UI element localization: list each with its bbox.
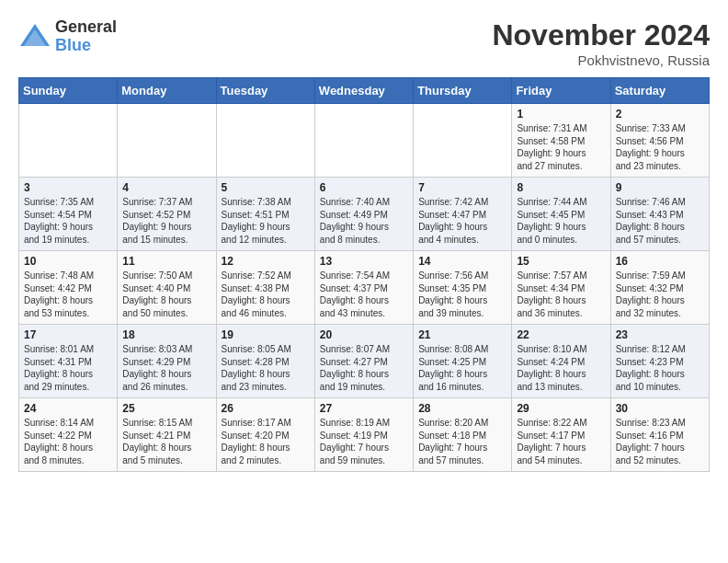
calendar-cell: 11Sunrise: 7:50 AM Sunset: 4:40 PM Dayli…	[118, 251, 216, 325]
page-header: General Blue November 2024 Pokhvistnevo,…	[18, 18, 710, 68]
day-info: Sunrise: 7:35 AM Sunset: 4:54 PM Dayligh…	[24, 196, 112, 246]
calendar-cell: 4Sunrise: 7:37 AM Sunset: 4:52 PM Daylig…	[118, 178, 216, 251]
day-number: 17	[24, 328, 112, 341]
calendar-cell	[314, 104, 413, 178]
calendar-cell: 19Sunrise: 8:05 AM Sunset: 4:28 PM Dayli…	[216, 325, 314, 398]
day-number: 16	[616, 255, 704, 268]
day-number: 4	[122, 181, 210, 194]
calendar-week: 1Sunrise: 7:31 AM Sunset: 4:58 PM Daylig…	[19, 104, 710, 178]
month-title: November 2024	[492, 18, 710, 52]
day-info: Sunrise: 8:07 AM Sunset: 4:27 PM Dayligh…	[320, 343, 408, 393]
calendar-cell: 1Sunrise: 7:31 AM Sunset: 4:58 PM Daylig…	[512, 104, 610, 178]
calendar-cell: 23Sunrise: 8:12 AM Sunset: 4:23 PM Dayli…	[610, 325, 709, 398]
day-info: Sunrise: 8:05 AM Sunset: 4:28 PM Dayligh…	[222, 343, 310, 393]
day-number: 20	[320, 328, 408, 341]
day-info: Sunrise: 7:33 AM Sunset: 4:56 PM Dayligh…	[616, 122, 704, 172]
day-info: Sunrise: 7:37 AM Sunset: 4:52 PM Dayligh…	[122, 196, 210, 246]
day-info: Sunrise: 8:03 AM Sunset: 4:29 PM Dayligh…	[122, 343, 210, 393]
logo-general: General	[55, 18, 117, 37]
day-info: Sunrise: 8:23 AM Sunset: 4:16 PM Dayligh…	[616, 417, 704, 466]
day-info: Sunrise: 8:20 AM Sunset: 4:18 PM Dayligh…	[418, 417, 506, 466]
weekday-header: Sunday	[19, 78, 118, 104]
logo-icon	[18, 20, 51, 53]
calendar-cell: 16Sunrise: 7:59 AM Sunset: 4:32 PM Dayli…	[610, 251, 709, 325]
day-number: 25	[122, 402, 210, 415]
day-number: 5	[222, 181, 310, 194]
day-number: 26	[222, 402, 310, 415]
weekday-header: Friday	[512, 78, 610, 104]
day-info: Sunrise: 7:40 AM Sunset: 4:49 PM Dayligh…	[320, 196, 408, 246]
calendar-cell: 13Sunrise: 7:54 AM Sunset: 4:37 PM Dayli…	[314, 251, 413, 325]
day-number: 6	[320, 181, 408, 194]
day-info: Sunrise: 7:56 AM Sunset: 4:35 PM Dayligh…	[418, 270, 506, 319]
calendar-cell: 20Sunrise: 8:07 AM Sunset: 4:27 PM Dayli…	[314, 325, 413, 398]
calendar-cell: 12Sunrise: 7:52 AM Sunset: 4:38 PM Dayli…	[216, 251, 314, 325]
day-info: Sunrise: 8:12 AM Sunset: 4:23 PM Dayligh…	[616, 343, 704, 393]
weekday-header: Thursday	[414, 78, 512, 104]
day-info: Sunrise: 7:38 AM Sunset: 4:51 PM Dayligh…	[222, 196, 310, 246]
day-number: 29	[517, 402, 605, 415]
day-number: 22	[517, 328, 605, 341]
day-info: Sunrise: 7:42 AM Sunset: 4:47 PM Dayligh…	[418, 196, 506, 246]
calendar-cell	[414, 104, 512, 178]
calendar-cell: 8Sunrise: 7:44 AM Sunset: 4:45 PM Daylig…	[512, 178, 610, 251]
day-number: 28	[418, 402, 506, 415]
weekday-header: Wednesday	[314, 78, 413, 104]
weekday-header: Saturday	[610, 78, 709, 104]
logo-text: General Blue	[55, 18, 117, 55]
calendar-week: 3Sunrise: 7:35 AM Sunset: 4:54 PM Daylig…	[19, 178, 710, 251]
day-info: Sunrise: 7:54 AM Sunset: 4:37 PM Dayligh…	[320, 270, 408, 319]
calendar-cell: 21Sunrise: 8:08 AM Sunset: 4:25 PM Dayli…	[414, 325, 512, 398]
calendar-cell: 9Sunrise: 7:46 AM Sunset: 4:43 PM Daylig…	[610, 178, 709, 251]
day-number: 2	[616, 108, 704, 121]
calendar-cell: 2Sunrise: 7:33 AM Sunset: 4:56 PM Daylig…	[610, 104, 709, 178]
calendar-cell: 28Sunrise: 8:20 AM Sunset: 4:18 PM Dayli…	[414, 398, 512, 472]
day-number: 7	[418, 181, 506, 194]
day-info: Sunrise: 7:52 AM Sunset: 4:38 PM Dayligh…	[222, 270, 310, 319]
day-info: Sunrise: 7:46 AM Sunset: 4:43 PM Dayligh…	[616, 196, 704, 246]
day-info: Sunrise: 8:01 AM Sunset: 4:31 PM Dayligh…	[24, 343, 112, 393]
calendar-cell: 18Sunrise: 8:03 AM Sunset: 4:29 PM Dayli…	[118, 325, 216, 398]
day-number: 30	[616, 402, 704, 415]
calendar-cell: 5Sunrise: 7:38 AM Sunset: 4:51 PM Daylig…	[216, 178, 314, 251]
calendar-cell: 22Sunrise: 8:10 AM Sunset: 4:24 PM Dayli…	[512, 325, 610, 398]
calendar-cell	[118, 104, 216, 178]
calendar-cell: 7Sunrise: 7:42 AM Sunset: 4:47 PM Daylig…	[414, 178, 512, 251]
weekday-header: Tuesday	[216, 78, 314, 104]
day-info: Sunrise: 7:31 AM Sunset: 4:58 PM Dayligh…	[517, 122, 605, 172]
calendar: SundayMondayTuesdayWednesdayThursdayFrid…	[18, 77, 710, 472]
calendar-cell: 29Sunrise: 8:22 AM Sunset: 4:17 PM Dayli…	[512, 398, 610, 472]
day-info: Sunrise: 7:59 AM Sunset: 4:32 PM Dayligh…	[616, 270, 704, 319]
logo: General Blue	[18, 18, 117, 55]
day-info: Sunrise: 8:14 AM Sunset: 4:22 PM Dayligh…	[24, 417, 112, 466]
day-number: 3	[24, 181, 112, 194]
calendar-cell: 30Sunrise: 8:23 AM Sunset: 4:16 PM Dayli…	[610, 398, 709, 472]
calendar-cell: 14Sunrise: 7:56 AM Sunset: 4:35 PM Dayli…	[414, 251, 512, 325]
calendar-cell	[19, 104, 118, 178]
calendar-cell: 26Sunrise: 8:17 AM Sunset: 4:20 PM Dayli…	[216, 398, 314, 472]
day-info: Sunrise: 7:44 AM Sunset: 4:45 PM Dayligh…	[517, 196, 605, 246]
day-number: 19	[222, 328, 310, 341]
calendar-week: 24Sunrise: 8:14 AM Sunset: 4:22 PM Dayli…	[19, 398, 710, 472]
day-number: 13	[320, 255, 408, 268]
title-block: November 2024 Pokhvistnevo, Russia	[492, 18, 710, 68]
calendar-cell	[216, 104, 314, 178]
day-number: 12	[222, 255, 310, 268]
day-info: Sunrise: 8:22 AM Sunset: 4:17 PM Dayligh…	[517, 417, 605, 466]
calendar-cell: 17Sunrise: 8:01 AM Sunset: 4:31 PM Dayli…	[19, 325, 118, 398]
day-info: Sunrise: 7:48 AM Sunset: 4:42 PM Dayligh…	[24, 270, 112, 319]
location: Pokhvistnevo, Russia	[492, 52, 710, 68]
day-info: Sunrise: 8:17 AM Sunset: 4:20 PM Dayligh…	[222, 417, 310, 466]
calendar-cell: 10Sunrise: 7:48 AM Sunset: 4:42 PM Dayli…	[19, 251, 118, 325]
weekday-header: Monday	[118, 78, 216, 104]
calendar-cell: 24Sunrise: 8:14 AM Sunset: 4:22 PM Dayli…	[19, 398, 118, 472]
calendar-cell: 25Sunrise: 8:15 AM Sunset: 4:21 PM Dayli…	[118, 398, 216, 472]
logo-blue: Blue	[55, 37, 117, 55]
calendar-cell: 6Sunrise: 7:40 AM Sunset: 4:49 PM Daylig…	[314, 178, 413, 251]
day-info: Sunrise: 8:19 AM Sunset: 4:19 PM Dayligh…	[320, 417, 408, 466]
calendar-body: 1Sunrise: 7:31 AM Sunset: 4:58 PM Daylig…	[19, 104, 710, 472]
day-info: Sunrise: 7:57 AM Sunset: 4:34 PM Dayligh…	[517, 270, 605, 319]
day-number: 1	[517, 108, 605, 121]
day-info: Sunrise: 8:10 AM Sunset: 4:24 PM Dayligh…	[517, 343, 605, 393]
calendar-week: 17Sunrise: 8:01 AM Sunset: 4:31 PM Dayli…	[19, 325, 710, 398]
